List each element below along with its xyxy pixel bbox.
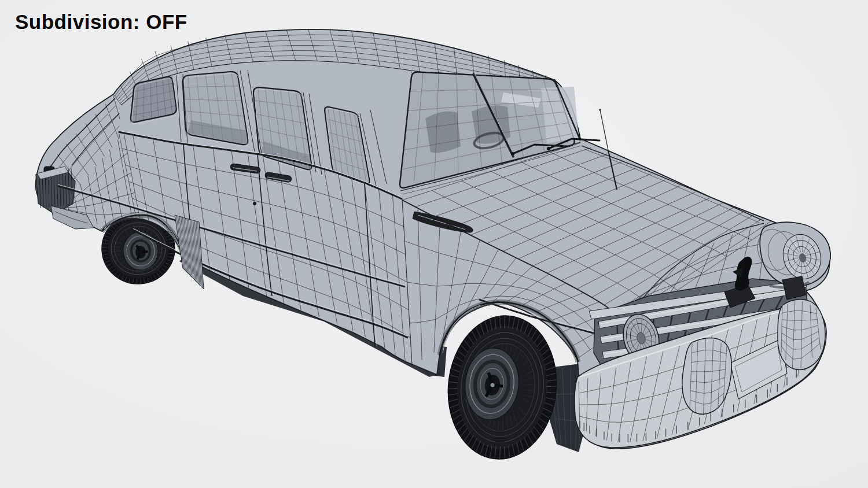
quarter-window — [130, 76, 178, 124]
subdivision-status-label: Subdivision: OFF — [15, 10, 187, 33]
render-canvas — [0, 0, 868, 488]
viewport-3d: Subdivision: OFF — [0, 0, 868, 488]
subdivision-status: Subdivision: OFF — [15, 10, 187, 34]
